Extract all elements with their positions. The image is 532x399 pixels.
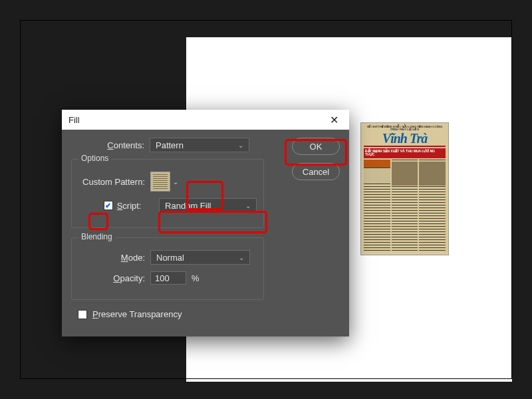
dialog-titlebar[interactable]: Fill ✕: [62, 110, 349, 130]
document-preview-newspaper: VỚI KHÍ THẾ ĐỒNG KHỞI, CỬU LONG TIẾN HÀN…: [360, 122, 449, 255]
preserve-transparency-checkbox[interactable]: ✔: [78, 310, 87, 319]
opacity-label: Opacity:: [78, 273, 150, 283]
options-legend: Options: [78, 154, 111, 163]
script-checkbox[interactable]: ✔: [104, 201, 113, 210]
close-icon[interactable]: ✕: [326, 114, 342, 126]
blending-legend: Blending: [78, 232, 115, 241]
contents-dropdown[interactable]: Pattern ⌄: [150, 138, 249, 152]
ok-button[interactable]: OK: [292, 138, 340, 155]
fill-dialog: Fill ✕ OK Cancel Contents: Pattern ⌄ Opt…: [62, 110, 349, 336]
opacity-input[interactable]: [150, 271, 186, 285]
custom-pattern-swatch[interactable]: [150, 172, 170, 192]
chevron-down-icon[interactable]: ⌄: [173, 178, 178, 186]
preserve-transparency-label: Preserve Transparency: [92, 309, 182, 319]
opacity-suffix: %: [192, 273, 200, 283]
newspaper-title: Vĩnh Trà: [364, 132, 446, 144]
custom-pattern-label: Custom Pattern:: [78, 177, 150, 187]
cancel-button[interactable]: Cancel: [292, 163, 340, 180]
dialog-title: Fill: [68, 115, 80, 125]
chevron-down-icon: ⌄: [245, 202, 251, 209]
chevron-down-icon: ⌄: [238, 142, 243, 149]
contents-label: Contents:: [71, 140, 150, 150]
mode-dropdown[interactable]: Normal ⌄: [150, 250, 250, 265]
mode-label: Mode:: [78, 253, 150, 263]
newspaper-bar: [364, 146, 446, 147]
newspaper-banner: ĐẨY MẠNH SẢN XUẤT VÀ THU MUA LƯƠNG THỰC: [364, 148, 446, 158]
script-label: Script:: [117, 201, 149, 211]
chevron-down-icon: ⌄: [239, 254, 244, 261]
script-dropdown[interactable]: Random Fill ⌄: [159, 198, 257, 213]
